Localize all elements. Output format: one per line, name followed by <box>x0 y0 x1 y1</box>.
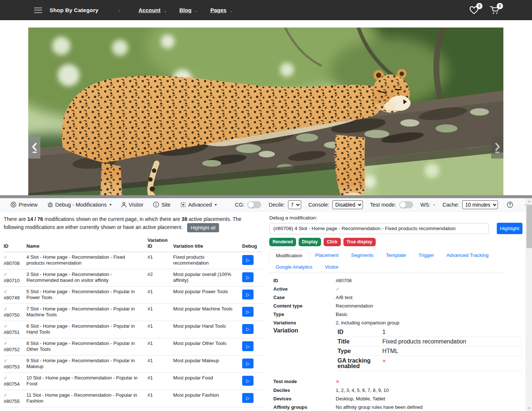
variation-detail-row: GA tracking enabled✕ <box>336 356 522 371</box>
detail-value: Desktop, Mobile, Tablet <box>336 394 522 403</box>
nav-link-pages[interactable]: Pages <box>210 7 226 13</box>
detail-row: DevicesDesktop, Mobile, Tablet <box>269 394 522 403</box>
detail-row: TypeBasic <box>269 310 522 319</box>
mod-name: 3 Slot - Home page - Recommendation - Re… <box>26 272 147 283</box>
detail-value: ✓ <box>336 285 522 293</box>
test-mode-label: Test mode: <box>370 202 396 208</box>
scroll-down-arrow[interactable]: ▼ <box>526 405 532 411</box>
hamburger-menu-icon[interactable] <box>34 7 42 13</box>
panel-scrollbar[interactable]: ▲ ▼ <box>526 198 532 411</box>
wishlist-button[interactable]: 0 <box>469 5 479 15</box>
table-row: ✓#807528 Slot - Home page - Recommendati… <box>4 338 263 356</box>
debug-play-button[interactable]: ▷ <box>242 376 254 386</box>
status-badge: Click <box>324 238 341 246</box>
toolbar-advanced[interactable]: Advanced ▾ <box>180 202 217 208</box>
debug-play-button[interactable]: ▷ <box>242 393 254 403</box>
tab-template[interactable]: Template <box>380 250 412 261</box>
play-icon: ▷ <box>246 292 249 297</box>
tab-modification[interactable]: Modification <box>269 250 309 262</box>
shop-by-category-label[interactable]: Shop By Category <box>50 7 98 13</box>
mod-variation-title: Most popular Hand Tools <box>173 323 242 329</box>
header-debug: Debug <box>242 243 259 249</box>
variation-rows: ID1TitleFixed products recommendationTyp… <box>336 327 522 371</box>
mod-variation-id: #1 <box>147 254 173 260</box>
help-button[interactable] <box>506 201 514 209</box>
mod-id-cell: ✓#80708 <box>4 254 26 266</box>
toolbar-site[interactable]: Site <box>153 201 171 208</box>
debug-modification-section: Debug a modification: Highlight Rendered… <box>263 211 532 411</box>
status-badge: Rendered <box>269 238 296 246</box>
highlight-all-button[interactable]: Highlight all <box>187 223 219 232</box>
mod-name: 5 Slot - Home page - Recommendation - Po… <box>26 289 147 301</box>
detail-row: Deciles1, 2, 3, 4, 5, 6, 7, 8, 9, 10 <box>269 386 522 394</box>
cache-select[interactable]: 10 minutes <box>462 200 498 209</box>
mod-id-cell: ✓#80753 <box>4 358 26 370</box>
wishlist-count-badge: 0 <box>476 3 482 9</box>
mod-id: #80752 <box>4 347 23 353</box>
debug-play-button[interactable]: ▷ <box>242 324 254 334</box>
active-check-icon: ✓ <box>4 254 23 260</box>
debug-play-button[interactable]: ▷ <box>242 290 254 299</box>
cross-icon: ✕ <box>336 379 339 384</box>
cg-toggle[interactable] <box>247 201 261 208</box>
detail-value: A/B test <box>336 293 522 302</box>
scrollbar-thumb[interactable] <box>526 205 532 248</box>
detail-label: Deciles <box>273 386 336 394</box>
highlight-button[interactable]: Highlight <box>497 223 522 234</box>
detail-label: Affinity groups <box>273 403 336 411</box>
console-select[interactable]: Disabled <box>332 200 363 209</box>
nav-link-blog[interactable]: Blog <box>179 7 192 13</box>
toolbar-visitor[interactable]: Visitor <box>121 202 143 208</box>
toolbar-preview[interactable]: Preview <box>10 201 38 208</box>
debug-play-button[interactable]: ▷ <box>242 255 254 265</box>
panel-resize-grip[interactable] <box>0 195 532 198</box>
tab-trigger[interactable]: Trigger <box>412 250 440 261</box>
variation-detail-value: ✕ <box>382 358 522 369</box>
active-check-icon: ✓ <box>4 306 23 312</box>
shop-top-nav: Shop By Category ⌄ Account⌄ Blog⌄ Pages⌄… <box>0 0 532 20</box>
detail-label: Devices <box>273 394 336 403</box>
leopard-on-branch-image <box>28 28 503 195</box>
shop-nav-links: Account⌄ Blog⌄ Pages⌄ <box>138 7 233 14</box>
debug-play-button[interactable]: ▷ <box>242 341 254 351</box>
table-row: ✓#8075511 Slot - Home page - Recommendat… <box>4 390 263 407</box>
mod-id-cell: ✓#80754 <box>4 375 26 387</box>
detail-value: Basic <box>336 310 522 319</box>
cross-icon: ✕ <box>382 359 386 364</box>
nav-link-account[interactable]: Account <box>138 7 160 13</box>
tab-google-analytics[interactable]: Google Analytics <box>269 261 319 273</box>
carousel-prev-button[interactable] <box>28 137 40 159</box>
mod-id: #80749 <box>4 295 23 301</box>
detail-label: Active <box>273 285 336 293</box>
toolbar-debug-modifications[interactable]: Debug - Modifications ▾ <box>47 201 112 208</box>
tab-segments[interactable]: Segments <box>345 250 380 261</box>
carousel-next-button[interactable] <box>491 137 503 159</box>
mod-id: #80750 <box>4 312 23 318</box>
variation-detail-row: TitleFixed products recommendation <box>336 337 522 346</box>
debug-play-button[interactable]: ▷ <box>242 272 254 282</box>
tab-visitor[interactable]: Visitor <box>319 261 345 273</box>
caret-down-icon: ▾ <box>215 203 216 207</box>
tab-advanced-tracking[interactable]: Advanced Tracking <box>440 250 495 261</box>
modification-select[interactable] <box>269 223 489 234</box>
tab-placement[interactable]: Placement <box>309 250 345 261</box>
mod-id: #80755 <box>4 399 23 404</box>
active-check-icon: ✓ <box>4 289 23 294</box>
table-row: ✓#807084 Slot - Home page - Recommendati… <box>4 252 263 269</box>
status-badge: True display <box>343 238 376 246</box>
decile-select[interactable]: 7 <box>288 200 301 209</box>
cart-button[interactable]: 0 <box>489 5 500 15</box>
detail-row: CaseA/B test <box>269 293 522 302</box>
header-name: Name <box>26 243 147 249</box>
scroll-up-arrow[interactable]: ▲ <box>526 198 532 204</box>
table-row: ✓#807103 Slot - Home page - Recommendati… <box>4 269 263 287</box>
detail-value: No affinity group rules have been define… <box>336 403 522 411</box>
debug-play-button[interactable]: ▷ <box>242 359 254 368</box>
detail-value: Recommendation <box>336 302 522 310</box>
play-icon: ▷ <box>246 344 249 349</box>
test-mode-toggle[interactable] <box>399 201 413 208</box>
debug-play-button[interactable]: ▷ <box>242 307 254 317</box>
ws-value: - <box>433 202 435 208</box>
active-check-icon: ✓ <box>4 392 23 398</box>
mod-id-cell: ✓#80752 <box>4 341 26 353</box>
